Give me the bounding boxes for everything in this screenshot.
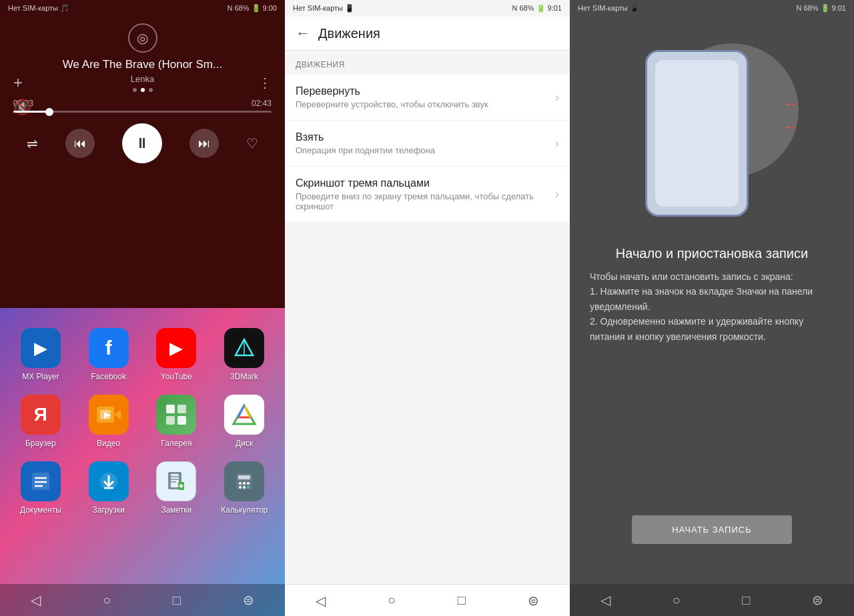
favorite-icon[interactable]: ♡ [246,135,258,151]
home-nav-settings[interactable]: ○ [388,593,396,608]
gallery-icon [156,395,196,435]
svg-rect-8 [166,416,175,425]
back-nav-recording[interactable]: ◁ [600,592,610,608]
settings-sim: Нет SIM-карты 📱 [293,4,354,13]
app-youtube[interactable]: ▶ YouTube [143,321,211,388]
settings-item-screenshot-text: Скриншот тремя пальцами Проведите вниз п… [296,177,555,211]
svg-rect-31 [238,475,250,479]
panel-music: Нет SIM-карты 🎵 N 68% 🔋 9:00 ◎ We Are Th… [0,0,285,616]
gallery-svg [163,402,189,427]
app-docs[interactable]: Документы [7,455,75,521]
app-grid: ▶ MX Player f Facebook ▶ YouTube [0,308,285,528]
app-notes[interactable]: Заметки [143,455,211,521]
prev-button[interactable]: ⏮ [65,129,95,158]
gallery-label: Галерея [161,439,191,448]
downloads-label: Загрузки [92,505,124,515]
video-label: Видео [97,439,120,448]
app-mxplayer[interactable]: ▶ MX Player [7,321,75,388]
3dmark-icon [224,328,264,368]
chevron-flip: › [555,91,559,105]
recording-nav-bar: ◁ ○ □ ⊜ [570,584,854,616]
settings-battery: N 68% 🔋 9:01 [512,4,562,13]
section-header: ДВИЖЕНИЯ [285,51,570,75]
pause-button[interactable]: ⏸ [122,123,162,163]
settings-item-pickup[interactable]: Взять Операция при поднятии телефона › [285,121,570,167]
facebook-label: Facebook [91,372,126,381]
music-title: We Are The Brave (Honor Sm... [63,58,222,71]
menu-nav-settings[interactable]: ⊜ [528,593,539,609]
recording-status-bar: Нет SIM-карты 📱 N 68% 🔋 9:01 [570,0,854,17]
back-nav-home[interactable]: ◁ [31,592,41,608]
svg-rect-9 [177,416,186,425]
app-downloads[interactable]: Загрузки [75,455,143,521]
app-gallery[interactable]: Галерея [143,388,211,455]
browser-icon: Я [21,395,61,435]
drive-label: Диск [236,439,253,448]
settings-item-screenshot[interactable]: Скриншот тремя пальцами Проведите вниз п… [285,167,570,223]
svg-marker-3 [114,410,121,419]
svg-line-14 [238,405,244,417]
app-facebook[interactable]: f Facebook [75,321,143,388]
3dmark-label: 3DMark [230,372,258,381]
mute-icon[interactable]: 🔇 [13,99,31,116]
recent-nav-home[interactable]: □ [173,593,181,608]
time-total: 02:43 [252,99,272,108]
svg-marker-11 [234,405,255,424]
app-calc[interactable]: Калькулятор [210,455,278,521]
calc-label: Калькулятор [221,505,268,515]
add-button[interactable]: + [13,73,23,92]
back-nav-settings[interactable]: ◁ [316,593,326,609]
downloads-icon [89,461,129,501]
status-bar-music: Нет SIM-карты 🎵 N 68% 🔋 9:00 [0,0,285,17]
phone-illustration: ← ← [605,30,819,230]
calc-svg [233,470,256,493]
home-nav-home[interactable]: ○ [103,593,111,608]
app-drive[interactable]: Диск [210,388,278,455]
browser-label: Браузер [25,439,56,448]
youtube-label: YouTube [161,372,192,381]
mxplayer-label: MX Player [22,372,59,381]
home-nav-recording[interactable]: ○ [673,593,681,608]
start-record-button[interactable]: НАЧАТЬ ЗАПИСЬ [632,515,791,544]
settings-item-flip-title: Перевернуть [296,85,488,97]
progress-thumb[interactable] [45,108,53,116]
svg-point-34 [247,482,250,485]
progress-bar[interactable] [13,111,272,113]
recent-nav-recording[interactable]: □ [742,593,750,608]
app-browser[interactable]: Я Браузер [7,388,75,455]
settings-item-flip-desc: Переверните устройство, чтобы отключить … [296,99,488,109]
facebook-symbol: f [105,337,112,359]
settings-item-pickup-title: Взять [296,131,435,143]
svg-rect-23 [171,474,179,487]
next-button[interactable]: ⏭ [189,129,219,158]
drive-icon [224,395,264,435]
recent-nav-settings[interactable]: □ [458,593,466,608]
settings-header: ← Движения [285,17,570,51]
menu-nav-recording[interactable]: ⊜ [812,592,823,608]
settings-item-screenshot-title: Скриншот тремя пальцами [296,177,555,189]
app-video[interactable]: Видео [75,388,143,455]
back-button[interactable]: ← [296,25,310,42]
svg-point-37 [247,486,250,489]
settings-item-flip[interactable]: Перевернуть Переверните устройство, чтоб… [285,75,570,121]
phone-screen-inner [655,60,739,207]
mxplayer-symbol: ▶ [34,338,47,359]
music-ring-icon: ◎ [137,30,148,46]
settings-item-screenshot-desc: Проведите вниз по экрану тремя пальцами,… [296,191,555,211]
menu-nav-home[interactable]: ⊜ [243,592,254,608]
music-player-section: Нет SIM-карты 🎵 N 68% 🔋 9:00 ◎ We Are Th… [0,0,285,308]
chevron-screenshot: › [555,187,559,201]
status-left: Нет SIM-карты 🎵 [8,4,69,13]
settings-status-bar: Нет SIM-карты 📱 N 68% 🔋 9:01 [285,0,570,17]
notes-svg [165,470,187,493]
video-svg [95,401,122,428]
svg-rect-6 [166,405,175,413]
more-button[interactable]: ⋮ [258,75,272,91]
panel-settings: Нет SIM-карты 📱 N 68% 🔋 9:01 ← Движения … [285,0,570,616]
app-grid-bg: ▶ MX Player f Facebook ▶ YouTube [0,308,285,616]
app-3dmark[interactable]: 3DMark [210,321,278,388]
svg-point-32 [239,482,242,485]
sim-status: Нет SIM-карты 🎵 [8,4,69,13]
shuffle-icon[interactable]: ⇌ [27,135,38,151]
chevron-pickup: › [555,137,559,151]
